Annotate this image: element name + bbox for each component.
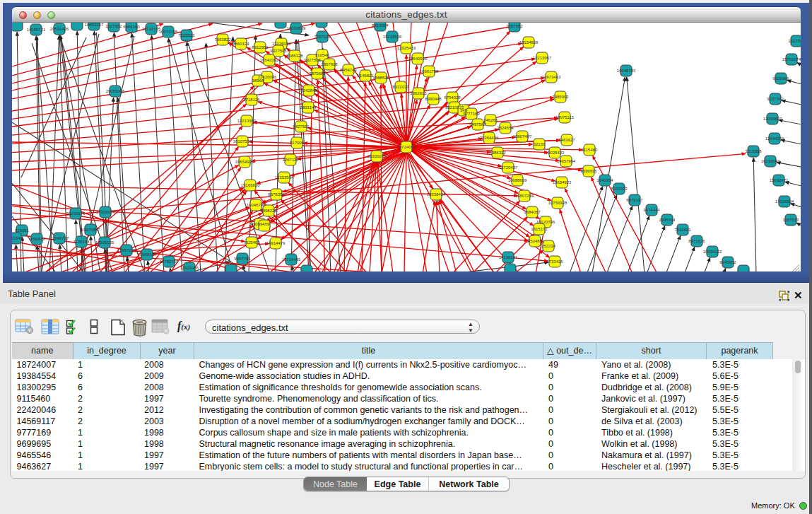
svg-text:2935114: 2935114 — [659, 218, 676, 222]
svg-text:5498222: 5498222 — [260, 209, 277, 213]
svg-text:10688609: 10688609 — [508, 178, 527, 182]
svg-text:10107553: 10107553 — [233, 139, 252, 144]
svg-text:1156829: 1156829 — [29, 237, 46, 241]
svg-text:10807487: 10807487 — [513, 134, 532, 139]
svg-text:1527602: 1527602 — [105, 24, 122, 28]
svg-text:8678354: 8678354 — [268, 192, 285, 197]
svg-text:10958107: 10958107 — [138, 252, 157, 257]
svg-text:8990448: 8990448 — [425, 97, 442, 101]
svg-text:15716485: 15716485 — [282, 257, 301, 262]
svg-text:917006: 917006 — [290, 141, 305, 145]
svg-text:9327508: 9327508 — [304, 58, 321, 62]
svg-text:13524851: 13524851 — [526, 239, 545, 243]
svg-text:49099459: 49099459 — [251, 222, 270, 226]
svg-text:7625402: 7625402 — [243, 240, 260, 245]
svg-text:9245652: 9245652 — [719, 260, 736, 264]
svg-text:16033809: 16033809 — [287, 26, 306, 30]
svg-text:19654933: 19654933 — [235, 160, 254, 164]
svg-text:12505135: 12505135 — [95, 240, 114, 245]
svg-text:2803144: 2803144 — [300, 105, 317, 110]
svg-text:15751074: 15751074 — [782, 57, 801, 62]
svg-text:14055721: 14055721 — [27, 28, 46, 32]
svg-text:8660124: 8660124 — [233, 42, 249, 46]
svg-text:16782759: 16782759 — [160, 259, 179, 264]
svg-text:6794028: 6794028 — [444, 95, 461, 100]
svg-text:16807249: 16807249 — [515, 194, 534, 198]
svg-text:10853267: 10853267 — [85, 23, 104, 27]
svg-text:6497568: 6497568 — [469, 122, 486, 127]
svg-text:12213967: 12213967 — [533, 56, 552, 60]
svg-text:9699695: 9699695 — [580, 169, 597, 173]
svg-text:9327505: 9327505 — [270, 49, 287, 53]
svg-text:12093822: 12093822 — [763, 117, 782, 121]
svg-text:9227342: 9227342 — [767, 97, 784, 101]
svg-text:8186328: 8186328 — [286, 54, 303, 58]
svg-text:7515526: 7515526 — [178, 33, 195, 37]
svg-text:1317557: 1317557 — [788, 39, 801, 43]
svg-text:16961758: 16961758 — [420, 69, 439, 74]
svg-text:7986322: 7986322 — [489, 151, 506, 155]
svg-text:9777169: 9777169 — [463, 112, 480, 116]
svg-text:17359924: 17359924 — [96, 210, 115, 214]
svg-text:17957225: 17957225 — [117, 248, 136, 252]
svg-text:6466160: 6466160 — [123, 25, 140, 29]
svg-text:19338454: 19338454 — [427, 192, 446, 197]
svg-text:8813054: 8813054 — [372, 23, 389, 28]
svg-text:391547: 391547 — [12, 236, 23, 240]
svg-text:11923466: 11923466 — [180, 266, 199, 270]
svg-text:7663822: 7663822 — [214, 37, 231, 42]
svg-text:2687682: 2687682 — [506, 24, 523, 28]
svg-text:9427552: 9427552 — [293, 124, 310, 129]
svg-text:3684067: 3684067 — [524, 210, 541, 214]
svg-text:10025433: 10025433 — [546, 151, 565, 155]
svg-text:10654122: 10654122 — [703, 250, 722, 254]
svg-text:12353594: 12353594 — [275, 175, 294, 180]
svg-text:12942737: 12942737 — [50, 236, 69, 240]
svg-text:20206576: 20206576 — [66, 211, 86, 216]
svg-text:8322037: 8322037 — [392, 85, 409, 89]
svg-text:1733426: 1733426 — [546, 259, 563, 264]
svg-text:252214: 252214 — [541, 244, 556, 248]
svg-text:835061: 835061 — [15, 228, 30, 233]
svg-text:12213369: 12213369 — [237, 119, 257, 123]
svg-text:14136141: 14136141 — [499, 255, 518, 259]
svg-text:7632621: 7632621 — [674, 228, 691, 232]
svg-text:29053346: 29053346 — [106, 89, 125, 93]
svg-text:8912954: 8912954 — [252, 45, 269, 49]
svg-text:1167533: 1167533 — [783, 218, 800, 222]
svg-text:16154808: 16154808 — [519, 40, 539, 45]
svg-text:10671355: 10671355 — [159, 30, 178, 34]
svg-text:16046798: 16046798 — [247, 203, 266, 207]
svg-text:10756928: 10756928 — [548, 201, 567, 205]
svg-text:14957964: 14957964 — [557, 159, 576, 163]
svg-text:3875685: 3875685 — [309, 71, 326, 76]
svg-text:62160: 62160 — [534, 142, 546, 146]
svg-text:9329966: 9329966 — [772, 76, 789, 81]
svg-text:20364436: 20364436 — [480, 136, 499, 140]
svg-text:12444159: 12444159 — [765, 136, 784, 141]
svg-text:16210643: 16210643 — [761, 159, 780, 163]
svg-text:20691406: 20691406 — [50, 27, 69, 31]
svg-text:19218506: 19218506 — [383, 35, 402, 39]
svg-text:14914479: 14914479 — [266, 241, 286, 245]
svg-text:19166829: 19166829 — [241, 183, 260, 187]
svg-text:98968: 98968 — [252, 78, 264, 83]
svg-text:2867608: 2867608 — [321, 62, 338, 66]
svg-text:9115460: 9115460 — [582, 148, 599, 152]
svg-text:1145194: 1145194 — [73, 240, 90, 244]
svg-text:15720407: 15720407 — [499, 165, 518, 170]
svg-text:12975115: 12975115 — [555, 115, 575, 119]
svg-text:1640954: 1640954 — [596, 178, 613, 182]
svg-text:9242848: 9242848 — [300, 88, 317, 93]
svg-text:8471626: 8471626 — [688, 239, 705, 243]
svg-text:9474444: 9474444 — [643, 208, 660, 212]
svg-text:3624554: 3624554 — [497, 126, 514, 130]
svg-text:25300275: 25300275 — [367, 154, 387, 158]
svg-text:3267110: 3267110 — [283, 158, 300, 162]
svg-text:1362615: 1362615 — [410, 91, 427, 95]
svg-text:19654923: 19654923 — [553, 180, 572, 185]
svg-text:15692971: 15692971 — [770, 178, 789, 182]
svg-text:8933923: 8933923 — [611, 187, 628, 191]
svg-text:3215958: 3215958 — [745, 149, 762, 153]
svg-text:210546: 210546 — [315, 53, 330, 57]
